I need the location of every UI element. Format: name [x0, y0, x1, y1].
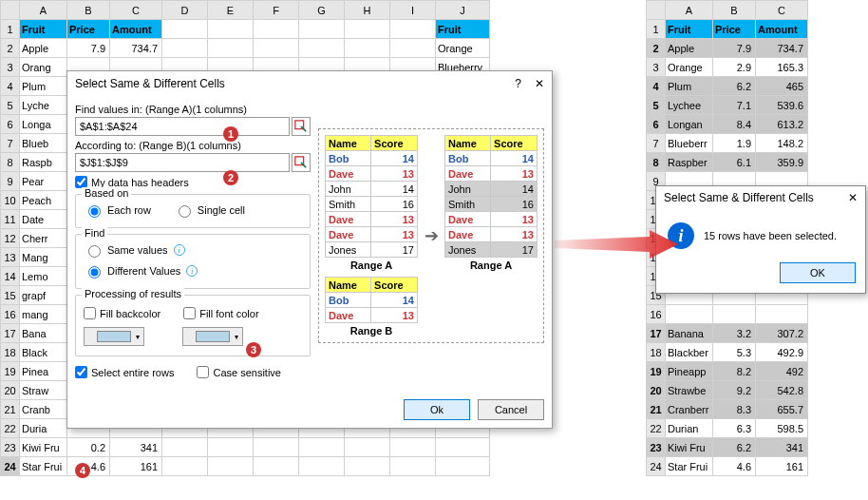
info-icon[interactable]: i [186, 265, 198, 277]
cell[interactable]: Orang [20, 58, 67, 77]
backcolor-picker[interactable] [84, 327, 144, 346]
col-head[interactable]: E [208, 1, 254, 20]
cell[interactable]: Lyche [20, 96, 67, 115]
row-head[interactable]: 1 [1, 20, 20, 39]
cell[interactable]: 3.2 [713, 324, 756, 343]
cell[interactable]: Kiwi Fru [666, 438, 713, 457]
cell[interactable]: Apple [666, 39, 713, 58]
col-head[interactable]: C [756, 1, 808, 20]
cell[interactable]: Apple [20, 39, 67, 58]
cell[interactable]: Star Frui [666, 457, 713, 476]
different-values-radio[interactable]: Different Valuesi [84, 263, 198, 279]
row-head[interactable]: 17 [647, 324, 666, 343]
cell[interactable]: Raspb [20, 153, 67, 172]
row-head[interactable]: 5 [647, 96, 666, 115]
range-select-icon[interactable] [292, 117, 311, 136]
cell[interactable] [756, 305, 808, 324]
row-head[interactable]: 23 [647, 438, 666, 457]
cell[interactable]: 539.6 [756, 96, 808, 115]
cell[interactable]: 1.9 [713, 134, 756, 153]
row-head[interactable]: 14 [1, 267, 20, 286]
cell[interactable]: Lychee [666, 96, 713, 115]
row-head[interactable]: 22 [647, 419, 666, 438]
cell[interactable]: mang [20, 305, 67, 324]
row-head[interactable]: 4 [647, 77, 666, 96]
row-head[interactable]: 4 [1, 77, 20, 96]
cell[interactable]: 6.2 [713, 438, 756, 457]
cell[interactable]: Plum [666, 77, 713, 96]
row-head[interactable]: 1 [647, 20, 666, 39]
close-icon[interactable]: ✕ [848, 191, 858, 204]
col-head[interactable]: A [666, 1, 713, 20]
cell[interactable] [713, 305, 756, 324]
cell[interactable]: 8.4 [713, 115, 756, 134]
corner-cell[interactable] [1, 1, 20, 20]
ok-button[interactable]: Ok [404, 399, 470, 420]
row-head[interactable]: 18 [1, 343, 20, 362]
cell[interactable]: Star Frui [20, 457, 67, 476]
cell[interactable]: 341 [756, 438, 808, 457]
close-icon[interactable]: ✕ [535, 77, 544, 90]
col-head[interactable]: B [713, 1, 756, 20]
cell[interactable]: 734.7 [756, 39, 808, 58]
row-head[interactable]: 24 [647, 457, 666, 476]
cell[interactable]: 7.9 [67, 39, 110, 58]
cell[interactable]: 9.2 [713, 381, 756, 400]
fontcolor-picker[interactable] [182, 327, 243, 346]
cell[interactable]: 7.9 [713, 39, 756, 58]
cell[interactable]: 492 [756, 362, 808, 381]
cell[interactable]: 598.5 [756, 419, 808, 438]
cell[interactable]: 7.1 [713, 96, 756, 115]
row-head[interactable]: 3 [1, 58, 20, 77]
cell[interactable]: Price [67, 20, 110, 39]
row-head[interactable]: 8 [1, 153, 20, 172]
col-head[interactable]: J [436, 1, 490, 20]
cell[interactable]: 359.9 [756, 153, 808, 172]
row-head[interactable]: 20 [1, 381, 20, 400]
select-entire-rows-checkbox[interactable]: Select entire rows [75, 366, 174, 378]
row-head[interactable]: 21 [647, 400, 666, 419]
cell[interactable]: Durian [666, 419, 713, 438]
row-head[interactable]: 3 [647, 58, 666, 77]
same-values-radio[interactable]: Same valuesi [84, 242, 185, 258]
cell[interactable]: 6.2 [713, 77, 756, 96]
cell[interactable]: 542.8 [756, 381, 808, 400]
cell[interactable]: Blueberr [666, 134, 713, 153]
row-head[interactable]: 10 [1, 191, 20, 210]
row-head[interactable]: 19 [1, 362, 20, 381]
cell[interactable]: Fruit [666, 20, 713, 39]
cell[interactable]: Blackber [666, 343, 713, 362]
cell[interactable]: 161 [756, 457, 808, 476]
col-head[interactable]: D [162, 1, 208, 20]
cell[interactable]: 2.9 [713, 58, 756, 77]
cell[interactable]: Cranb [20, 400, 67, 419]
row-head[interactable]: 6 [647, 115, 666, 134]
row-head[interactable]: 23 [1, 438, 20, 457]
row-head[interactable]: 16 [647, 305, 666, 324]
cell[interactable]: Price [713, 20, 756, 39]
col-head[interactable]: B [67, 1, 110, 20]
help-icon[interactable]: ? [515, 77, 521, 90]
row-head[interactable]: 13 [1, 248, 20, 267]
cell[interactable]: Black [20, 343, 67, 362]
cell[interactable]: 613.2 [756, 115, 808, 134]
cell[interactable]: 5.3 [713, 343, 756, 362]
cell[interactable]: Fruit [436, 20, 490, 39]
cell[interactable]: 6.1 [713, 153, 756, 172]
cell[interactable]: Straw [20, 381, 67, 400]
col-head[interactable]: H [345, 1, 390, 20]
cell[interactable] [436, 457, 490, 476]
cell[interactable]: 655.7 [756, 400, 808, 419]
cell[interactable]: Longa [20, 115, 67, 134]
row-head[interactable]: 15 [1, 286, 20, 305]
row-head[interactable]: 7 [1, 134, 20, 153]
range-a-input[interactable] [75, 117, 290, 136]
cell[interactable]: Peach [20, 191, 67, 210]
single-cell-radio[interactable]: Single cell [174, 202, 245, 218]
row-head[interactable]: 21 [1, 400, 20, 419]
row-head[interactable]: 24 [1, 457, 20, 476]
cell[interactable]: Kiwi Fru [20, 438, 67, 457]
col-head[interactable]: F [254, 1, 299, 20]
cell[interactable]: 465 [756, 77, 808, 96]
row-head[interactable]: 5 [1, 96, 20, 115]
